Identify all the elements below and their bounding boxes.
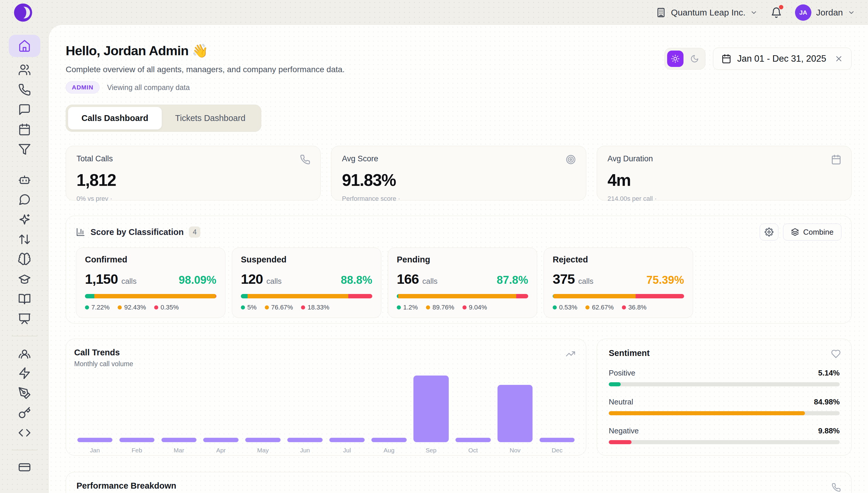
sidebar-item-bot[interactable] <box>9 170 40 190</box>
legend-item: 7.22% <box>85 304 110 311</box>
sidebar-item-calendar[interactable] <box>9 120 40 140</box>
legend-value: 89.76% <box>432 304 454 311</box>
user-menu[interactable]: JA Jordan <box>795 4 855 21</box>
stat-card-avg-score: Avg Score91.83%Performance score · <box>331 146 586 200</box>
classification-card-suspended: Suspended120calls88.8%5%76.67%18.33% <box>232 248 381 318</box>
chart-bar[interactable] <box>161 438 197 442</box>
sidebar-item-presentation[interactable] <box>9 309 40 329</box>
dashboard-tabs: Calls DashboardTickets Dashboard <box>66 105 261 132</box>
chevron-down-icon <box>750 9 758 16</box>
bar-slot-sep <box>411 374 451 442</box>
sidebar-item-graduation-cap[interactable] <box>9 269 40 289</box>
classification-count-badge: 4 <box>189 227 200 238</box>
performance-title: Performance Breakdown <box>76 481 841 491</box>
call-trends-card: Call Trends Monthly call volume JanFebMa… <box>66 339 586 456</box>
sun-icon <box>671 55 680 63</box>
sidebar-item-message-circle[interactable] <box>9 190 40 210</box>
sidebar-item-zap[interactable] <box>9 363 40 383</box>
chart-bar[interactable] <box>413 376 449 442</box>
sidebar-item-filter[interactable] <box>9 140 40 159</box>
sidebar-item-brain[interactable] <box>9 249 40 269</box>
chart-bar[interactable] <box>371 438 407 442</box>
calendar-icon <box>722 54 731 64</box>
sidebar-item-key[interactable] <box>9 403 40 423</box>
sidebar-divider <box>12 450 37 450</box>
legend-item: 5% <box>241 304 257 311</box>
call-trends-subtitle: Monthly call volume <box>74 360 578 368</box>
legend-dot <box>586 305 590 309</box>
chart-bar[interactable] <box>455 438 491 442</box>
app-logo[interactable] <box>14 3 32 22</box>
calls-suffix: calls <box>121 277 137 286</box>
building-icon <box>656 7 666 18</box>
x-tick-label: Mar <box>159 447 199 454</box>
legend-value: 0.53% <box>559 304 577 311</box>
gear-icon <box>764 228 773 236</box>
wallet-icon <box>18 461 31 474</box>
bar-slot-jan <box>75 374 114 442</box>
sidebar-item-code[interactable] <box>9 423 40 443</box>
trending-up-icon <box>566 349 575 359</box>
sentiment-line: Neutral84.98% <box>609 398 840 407</box>
layers-icon <box>791 228 799 236</box>
legend-value: 62.67% <box>592 304 614 311</box>
sidebar-item-book-open[interactable] <box>9 289 40 309</box>
chart-bar[interactable] <box>287 438 323 442</box>
x-tick-label: Oct <box>453 447 493 454</box>
score-value: 75.39% <box>646 274 684 286</box>
users-icon <box>18 63 31 76</box>
sidebar-item-sparkles[interactable] <box>9 210 40 230</box>
legend-value: 0.35% <box>161 304 179 311</box>
calls-count: 120 <box>241 271 263 287</box>
legend-dot <box>85 305 89 309</box>
sidebar-item-phone[interactable] <box>9 80 40 100</box>
sentiment-rows: Positive5.14%Neutral84.98%Negative9.88% <box>609 368 840 444</box>
chart-bar[interactable] <box>77 438 113 442</box>
progress-segment <box>94 294 216 298</box>
chart-bar[interactable] <box>498 385 533 442</box>
legend-dot <box>397 305 401 309</box>
dark-mode-button[interactable] <box>686 50 703 67</box>
key-icon <box>18 407 31 420</box>
page-subtitle: Complete overview of all agents, manager… <box>66 65 345 74</box>
date-range-picker[interactable]: Jan 01 - Dec 31, 2025 <box>713 48 852 70</box>
sentiment-track <box>609 440 840 444</box>
avatar: JA <box>795 4 812 21</box>
sidebar-item-team[interactable] <box>9 343 40 363</box>
sentiment-row-positive: Positive5.14% <box>609 368 840 386</box>
company-switcher[interactable]: Quantum Leap Inc. <box>656 7 758 18</box>
chart-bar[interactable] <box>245 438 280 442</box>
sidebar-item-wallet[interactable] <box>9 457 40 477</box>
stat-footnote: Performance score · <box>342 195 575 202</box>
combine-button[interactable]: Combine <box>783 223 841 240</box>
chart-bar[interactable] <box>203 438 238 442</box>
tab-tickets-dashboard[interactable]: Tickets Dashboard <box>162 107 259 129</box>
sidebar-item-home[interactable] <box>9 35 40 57</box>
page-title: Hello, Jordan Admin 👋 <box>66 43 345 59</box>
graduation-cap-icon <box>18 273 31 285</box>
chart-bar[interactable] <box>119 438 155 442</box>
tab-calls-dashboard[interactable]: Calls Dashboard <box>68 107 162 129</box>
legend-dot <box>241 305 245 309</box>
classification-progress-bar <box>553 294 684 298</box>
stat-label: Total Calls <box>76 154 310 163</box>
call-trends-title: Call Trends <box>74 348 578 358</box>
light-mode-button[interactable] <box>667 50 684 67</box>
chart-bar[interactable] <box>329 438 365 442</box>
progress-segment <box>636 294 684 298</box>
code-icon <box>18 426 31 439</box>
classification-progress-bar <box>397 294 528 298</box>
calls-count: 166 <box>397 271 419 287</box>
classification-settings-button[interactable] <box>760 223 778 240</box>
clear-date-icon[interactable] <box>835 55 843 63</box>
sidebar-item-users[interactable] <box>9 60 40 80</box>
classification-cards: Confirmed1,150calls98.09%7.22%92.43%0.35… <box>76 248 841 318</box>
notifications-button[interactable] <box>771 7 782 18</box>
sidebar-item-pen-tool[interactable] <box>9 383 40 403</box>
calendar-icon <box>18 123 31 136</box>
sentiment-row-neutral: Neutral84.98% <box>609 398 840 415</box>
chart-bar[interactable] <box>540 438 575 442</box>
sidebar-item-arrows-up-down[interactable] <box>9 230 40 249</box>
x-tick-label: Feb <box>117 447 157 454</box>
sidebar-item-message-square[interactable] <box>9 100 40 120</box>
